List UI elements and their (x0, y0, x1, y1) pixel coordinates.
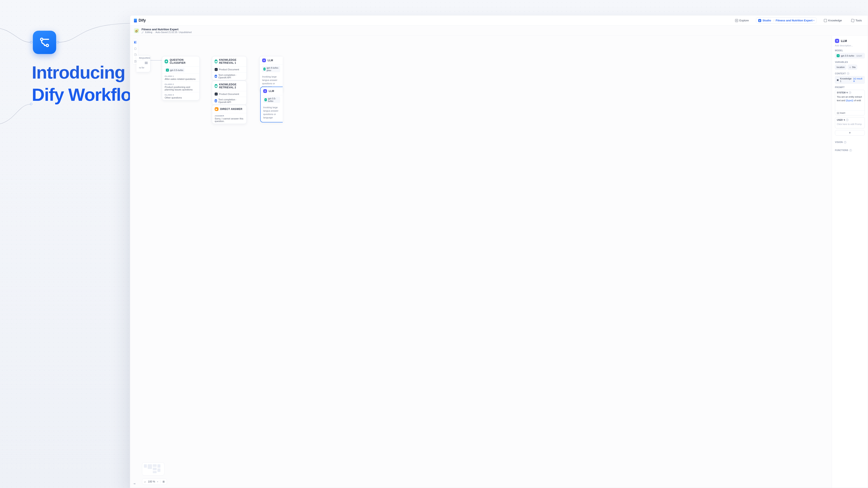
help-icon-4[interactable]: ? (844, 141, 846, 143)
hero-headline: Introducing Dify Workflow (32, 61, 145, 106)
llm4-title: LLM (268, 59, 273, 62)
section-vision-label: VISION (835, 141, 843, 143)
prompt-user-placeholder[interactable]: Click here to edit Promp (835, 122, 865, 128)
kr2-doc: Product Document (219, 93, 239, 95)
nav-explore-label: Explore (739, 19, 749, 22)
input-required-label: REQUIRED (139, 57, 150, 59)
publish-status: Unpublished (179, 31, 192, 33)
help-icon[interactable]: ? (847, 72, 849, 75)
layout-icon[interactable]: ⊞ (162, 480, 165, 483)
inspector-title-text: LLM (841, 39, 847, 42)
collapse-rail-button[interactable]: ⇥ (133, 482, 135, 485)
llm35-model: gpt-3.5-turbo (268, 97, 279, 102)
sys-text-c: of entit (854, 99, 861, 102)
help-icon-5[interactable]: ? (849, 149, 852, 152)
prompt-user[interactable]: USER⇅? Click here to edit Promp (835, 117, 865, 128)
add-prompt-button[interactable]: + (835, 130, 865, 135)
chevron-down-icon[interactable]: ▾ (157, 481, 158, 483)
prompt-system-body[interactable]: You are an entity extract text and {{typ… (835, 94, 865, 110)
llm35-title: LLM (269, 90, 274, 93)
openai-icon: ✦ (166, 69, 169, 72)
nav-studio-project[interactable]: ◎ Studio / Fitness and Nutrition Expert … (756, 18, 817, 24)
node-input-fragment[interactable]: REQUIRED rs for (136, 55, 151, 72)
nav-knowledge[interactable]: Knowledge (822, 18, 844, 23)
project-meta: Editing · Auto-Saved 21:02:35 Unpublishe… (142, 31, 192, 33)
prompt-user-label: USER (837, 119, 843, 121)
hero-port-logo-right (57, 41, 59, 43)
headline-line-1: Introducing (32, 61, 145, 84)
robot-icon: ◎ (758, 19, 761, 22)
section-vision: VISION? (835, 141, 865, 143)
compass-icon (735, 19, 738, 22)
llm35-caption: Invoking large langua answer questions o… (261, 104, 283, 122)
kr2-title: KNOWLEDGE RETRIEVAL 2 (219, 83, 244, 89)
help-icon-3[interactable]: ? (846, 119, 848, 121)
input-fragment-text: rs for (139, 66, 144, 69)
toolbox-icon (851, 19, 855, 22)
kr1-doc: Product Document (219, 68, 239, 71)
book-open-icon: ▣ (215, 60, 217, 63)
canvas-zoom-controls[interactable]: ⌕ 100 % ▾ ⊞ (142, 479, 167, 485)
description-input[interactable]: Add description... (835, 44, 865, 47)
variable-location[interactable]: location (835, 65, 846, 70)
insert-variable-button[interactable]: {x} Insert (835, 110, 865, 115)
workflow-logo (33, 31, 56, 54)
tool-pointer[interactable]: ◧ (133, 40, 137, 44)
book-icon (824, 19, 827, 22)
node-direct-answer[interactable]: ▶ DIRECT ANSWER ANSWER Sorry, I cannot a… (212, 105, 247, 124)
node-llm-4turbo[interactable]: ✦ LLM ✦gpt-4-turbo-prev Invoking large l… (259, 56, 283, 92)
class1-text: After-sales related questions (165, 78, 195, 80)
canvas-minimap[interactable] (142, 462, 164, 476)
workflow-canvas[interactable]: ◧ ▢ ❐ ◳ REQUIRED rs for (130, 36, 868, 488)
help-icon-2[interactable]: ? (849, 91, 851, 94)
section-model: MODEL (835, 50, 865, 52)
classifier-model: gpt-3.5-turbo (170, 69, 183, 71)
brand[interactable]: Dify_ (134, 18, 150, 23)
answer-icon: ▶ (215, 107, 218, 111)
nav-explore[interactable]: Explore (733, 18, 751, 23)
answer-text: Sorry, I cannot answer this question. (215, 117, 244, 123)
brand-mark-icon (134, 19, 137, 23)
nav-tools[interactable]: Tools (849, 18, 864, 23)
node-llm-35turbo-selected[interactable]: ✦ LLM ✦gpt-3.5-turbo Invoking large lang… (260, 87, 283, 123)
section-functions: FUNCTIONS? (835, 149, 865, 152)
var-location-label: location (837, 66, 845, 68)
nav-studio-label: Studio (763, 19, 771, 22)
doc-icon-2: ▢ (215, 93, 218, 96)
project-title: Fitness and Nutrition Expert (142, 28, 192, 31)
openai-icon-2: ✦ (264, 68, 266, 70)
section-context-label: CONTEXT (835, 72, 846, 75)
prompt-system-label: SYSTEM (837, 92, 845, 94)
section-prompt: PROMPT (835, 86, 865, 89)
book-open-icon-2: ▣ (215, 84, 217, 88)
editing-label: Editing (145, 31, 152, 33)
context-select[interactable]: ▣ Knowledge 1 {x} result A (835, 76, 865, 84)
context-result-token: {x} result A (853, 77, 863, 83)
sys-text-b: text and (837, 99, 846, 102)
model-select[interactable]: ✦ gpt-3.5-turbo CHAT (835, 53, 865, 59)
context-name: Knowledge 1 (840, 77, 852, 83)
app-window: Dify_ Explore ◎ Studio / Fitness and Nut… (130, 15, 868, 488)
project-titlebar: 🥑 Fitness and Nutrition Expert Editing ·… (130, 26, 868, 36)
openai-icon-3: ✦ (265, 98, 267, 101)
node-question-classifier[interactable]: ⌘ QUESTION CLASSIFIER ✦gpt-3.5-turbo CLA… (162, 56, 199, 100)
sys-text-a: You are an entity extract (837, 96, 862, 98)
tool-comment[interactable]: ▢ (133, 46, 137, 51)
hero-port-logo-left (30, 41, 32, 43)
llm-icon-3: ✦ (835, 39, 839, 43)
node-knowledge-retrieval-2[interactable]: ▣ KNOWLEDGE RETRIEVAL 2 ▢Product Documen… (212, 81, 247, 105)
openai-icon-4: ✦ (837, 54, 840, 57)
node-knowledge-retrieval-1[interactable]: ▣ KNOWLEDGE RETRIEVAL 1 ▢Product Documen… (212, 56, 247, 80)
model-chat-badge: CHAT (856, 55, 863, 57)
project-avatar[interactable]: 🥑 (134, 28, 139, 33)
class2-label: CLASS 2 (165, 83, 174, 85)
section-variables: VARIABLES (835, 61, 865, 63)
book-icon-2: ▣ (837, 78, 839, 82)
prompt-system[interactable]: SYSTEM⇅? You are an entity extract text … (835, 90, 865, 116)
class3-text: Other questions (165, 96, 182, 99)
avatar-emoji: 🥑 (135, 29, 138, 32)
headline-line-2: Dify Workflow (32, 84, 145, 106)
class1-label: CLASS 1 (165, 75, 174, 77)
nav-tools-label: Tools (856, 19, 862, 22)
variable-sta[interactable]: ⌂Sta (848, 65, 857, 70)
